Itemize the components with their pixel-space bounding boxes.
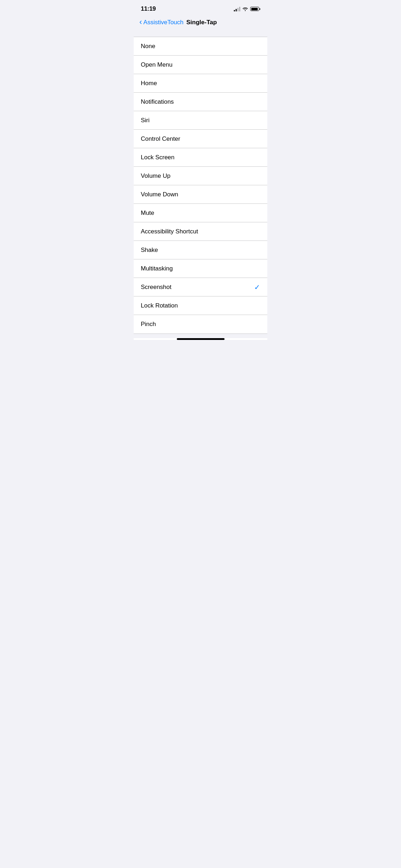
list-item-label-volume-down: Volume Down <box>141 191 178 198</box>
section-spacer <box>134 30 267 37</box>
list-item-label-accessibility-shortcut: Accessibility Shortcut <box>141 228 198 235</box>
list-item-label-control-center: Control Center <box>141 135 180 143</box>
list-item-volume-down[interactable]: Volume Down <box>134 185 267 204</box>
list-item-mute[interactable]: Mute <box>134 204 267 222</box>
page-title: Single-Tap <box>186 19 217 26</box>
list-item-siri[interactable]: Siri <box>134 111 267 130</box>
list-item-open-menu[interactable]: Open Menu <box>134 56 267 74</box>
list-item-lock-screen[interactable]: Lock Screen <box>134 148 267 167</box>
home-indicator-area <box>134 338 267 340</box>
list-item-label-open-menu: Open Menu <box>141 61 173 68</box>
home-indicator <box>177 338 225 340</box>
list-item-label-pinch: Pinch <box>141 321 156 328</box>
list-item-none[interactable]: None <box>134 37 267 56</box>
menu-list: NoneOpen MenuHomeNotificationsSiriContro… <box>134 37 267 334</box>
list-item-home[interactable]: Home <box>134 74 267 93</box>
list-item-lock-rotation[interactable]: Lock Rotation <box>134 296 267 315</box>
list-item-label-siri: Siri <box>141 117 150 124</box>
list-item-volume-up[interactable]: Volume Up <box>134 167 267 185</box>
checkmark-icon-screenshot: ✓ <box>254 283 260 291</box>
status-icons <box>234 6 260 11</box>
list-item-label-home: Home <box>141 80 157 87</box>
list-item-label-lock-rotation: Lock Rotation <box>141 302 178 309</box>
list-item-screenshot[interactable]: Screenshot✓ <box>134 278 267 296</box>
list-item-control-center[interactable]: Control Center <box>134 130 267 148</box>
list-item-label-lock-screen: Lock Screen <box>141 154 175 161</box>
back-button[interactable]: ‹ AssistiveTouch <box>139 19 184 26</box>
status-time: 11:19 <box>141 5 156 12</box>
list-item-notifications[interactable]: Notifications <box>134 93 267 111</box>
signal-icon <box>234 6 240 11</box>
list-item-label-notifications: Notifications <box>141 98 174 105</box>
list-item-multitasking[interactable]: Multitasking <box>134 259 267 278</box>
list-item-label-none: None <box>141 43 155 50</box>
list-item-label-mute: Mute <box>141 210 154 217</box>
list-item-shake[interactable]: Shake <box>134 241 267 259</box>
list-item-label-shake: Shake <box>141 247 158 254</box>
list-item-label-multitasking: Multitasking <box>141 265 173 272</box>
back-label: AssistiveTouch <box>143 19 183 26</box>
back-chevron-icon: ‹ <box>139 18 142 26</box>
nav-bar: ‹ AssistiveTouch Single-Tap <box>134 16 267 30</box>
list-item-label-volume-up: Volume Up <box>141 172 170 180</box>
wifi-icon <box>242 7 248 11</box>
list-item-pinch[interactable]: Pinch <box>134 315 267 334</box>
battery-icon <box>250 7 260 11</box>
list-item-accessibility-shortcut[interactable]: Accessibility Shortcut <box>134 222 267 241</box>
list-item-label-screenshot: Screenshot <box>141 284 171 291</box>
status-bar: 11:19 <box>134 0 267 16</box>
